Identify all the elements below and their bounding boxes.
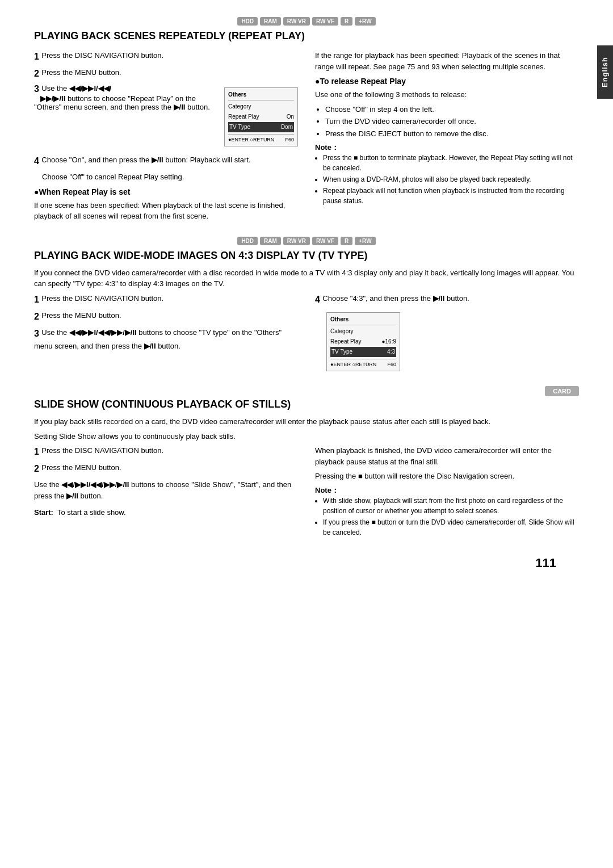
section3-right-para1: When playback is finished, the DVD video… — [315, 445, 579, 467]
section-repeat-play: PLAYING BACK SCENES REPEATEDLY (REPEAT P… — [34, 30, 579, 225]
card-badge: CARD — [545, 386, 579, 396]
sub2-heading: ●To release Repeat Play — [315, 77, 579, 86]
mid-badge-rwvf: RW VF — [312, 237, 338, 245]
step2-2: 2 Press the MENU button. — [34, 310, 298, 324]
page-number: 111 — [34, 556, 579, 571]
step3-1-text: Press the DISC NAVIGATION button. — [41, 446, 163, 455]
note3-bullet-1: With slide show, playback will start fro… — [323, 496, 579, 516]
badge-rwvf: RW VF — [312, 17, 338, 26]
section2-columns: 1 Press the DISC NAVIGATION button. 2 Pr… — [34, 293, 579, 375]
step3-2: 2 Press the MENU button. — [34, 462, 298, 476]
mid-badge-row: HDD RAM RW VR RW VF R +RW — [34, 237, 579, 245]
step1-1-text: Press the DISC NAVIGATION button. — [41, 51, 163, 60]
step2-2-text: Press the MENU button. — [41, 311, 121, 320]
sub2-bullets: Choose "Off" in step 4 on the left. Turn… — [325, 104, 579, 140]
note3-bullets: With slide show, playback will start fro… — [323, 496, 579, 538]
sub2-bullet-3: Press the DISC EJECT button to remove th… — [325, 128, 579, 140]
step2-1-text: Press the DISC NAVIGATION button. — [41, 294, 163, 303]
english-tab: English — [597, 45, 613, 99]
badge-plusrw: +RW — [355, 17, 375, 26]
section3-right: When playback is finished, the DVD video… — [315, 445, 579, 539]
step3-3-text: Use the ◀◀/▶▶I/◀◀/▶▶/▶/II buttons to cho… — [34, 480, 291, 500]
step1-2-text: Press the MENU button. — [41, 68, 121, 77]
section3-right-para2: Pressing the ■ button will restore the D… — [315, 471, 579, 482]
section3-columns: 1 Press the DISC NAVIGATION button. 2 Pr… — [34, 445, 579, 539]
section1-columns: 1 Press the DISC NAVIGATION button. 2 Pr… — [34, 50, 579, 225]
step2-4-text: Choose "4:3", and then press the ▶/II bu… — [322, 294, 469, 303]
section1-right-para: If the range for playback has been speci… — [315, 50, 579, 72]
badge-r: R — [341, 17, 352, 26]
card-badge-row: CARD — [34, 386, 579, 396]
sub1-heading: ●When Repeat Play is set — [34, 187, 298, 196]
screen1: Others Category Repeat PlayOn TV TypeDom… — [224, 87, 298, 146]
note1-bullet-3: Repeat playback will not function when p… — [323, 186, 579, 206]
note3: Note： With slide show, playback will sta… — [315, 485, 579, 538]
mid-badge-rwvr: RW VR — [283, 237, 310, 245]
sub2-bullet-2: Turn the DVD video camera/recorder off o… — [325, 116, 579, 127]
step1-3-text: Use the ◀◀/▶▶I/◀◀/ ▶▶/▶/II buttons to ch… — [34, 84, 210, 111]
top-badge-row: HDD RAM RW VR RW VF R +RW — [34, 17, 579, 26]
step1-2: 2 Press the MENU button. — [34, 67, 298, 81]
mid-badge-plusrw: +RW — [355, 237, 375, 245]
step3-start: Start: To start a slide show. — [34, 507, 298, 518]
step1-4b: Choose "Off" to cancel Repeat Play setti… — [42, 171, 298, 183]
note3-label: Note： — [315, 486, 339, 494]
badge-ram: RAM — [260, 17, 281, 26]
section1-right: If the range for playback has been speci… — [315, 50, 579, 225]
section-tv-type: PLAYING BACK WIDE-MODE IMAGES ON 4:3 DIS… — [34, 250, 579, 375]
note1-label: Note： — [315, 143, 339, 152]
step2-1: 1 Press the DISC NAVIGATION button. — [34, 293, 298, 307]
section2-right: 4 Choose "4:3", and then press the ▶/II … — [315, 293, 579, 375]
note1-bullets: Press the ■ button to terminate playback… — [323, 153, 579, 206]
section2-title: PLAYING BACK WIDE-MODE IMAGES ON 4:3 DIS… — [34, 250, 579, 262]
step1-1: 1 Press the DISC NAVIGATION button. — [34, 50, 298, 64]
mid-badge-r: R — [341, 237, 352, 245]
section3-intro1: If you play back stills recorded on a ca… — [34, 416, 579, 427]
step2-3-text: Use the ◀◀/▶▶I/◀◀/▶▶/▶/II buttons to cho… — [34, 328, 282, 350]
sub1-text: If one scene has been specified: When pl… — [34, 200, 298, 222]
step3-3: Use the ◀◀/▶▶I/◀◀/▶▶/▶/II buttons to cho… — [34, 479, 298, 501]
section3-left: 1 Press the DISC NAVIGATION button. 2 Pr… — [34, 445, 298, 539]
mid-badge-ram: RAM — [260, 237, 281, 245]
note1: Note： Press the ■ button to terminate pl… — [315, 142, 579, 206]
note1-bullet-1: Press the ■ button to terminate playback… — [323, 153, 579, 173]
sub2-bullet-1: Choose "Off" in step 4 on the left. — [325, 104, 579, 115]
step2-3: 3 Use the ◀◀/▶▶I/◀◀/▶▶/▶/II buttons to c… — [34, 327, 298, 352]
badge-rwvr: RW VR — [283, 17, 310, 26]
page-container: English HDD RAM RW VR RW VF R +RW PLAYIN… — [0, 0, 613, 868]
note3-bullet-2: If you press the ■ button or turn the DV… — [323, 517, 579, 538]
note1-bullet-2: When using a DVD-RAM, photos will also b… — [323, 174, 579, 184]
step1-4-text: Choose "On", and then press the ▶/II but… — [41, 156, 250, 164]
step1-4: 4 Choose "On", and then press the ▶/II b… — [34, 154, 298, 168]
step1-3: 3 Use the ◀◀/▶▶I/◀◀/ ▶▶/▶/II buttons to … — [34, 84, 298, 150]
mid-badge-hdd: HDD — [237, 237, 258, 245]
step2-4: 4 Choose "4:3", and then press the ▶/II … — [315, 293, 579, 307]
sub2-intro: Use one of the following 3 methods to re… — [315, 89, 579, 100]
badge-hdd: HDD — [237, 17, 258, 26]
section-slideshow: SLIDE SHOW (CONTINUOUS PLAYBACK OF STILL… — [34, 399, 579, 539]
section2-left: 1 Press the DISC NAVIGATION button. 2 Pr… — [34, 293, 298, 375]
section3-title: SLIDE SHOW (CONTINUOUS PLAYBACK OF STILL… — [34, 399, 579, 410]
section1-title: PLAYING BACK SCENES REPEATEDLY (REPEAT P… — [34, 30, 579, 42]
screen2: Others Category Repeat Play●16:9 TV Type… — [326, 312, 400, 371]
step3-1: 1 Press the DISC NAVIGATION button. — [34, 445, 298, 459]
section3-intro2: Setting Slide Show allows you to continu… — [34, 431, 579, 442]
section2-intro: If you connect the DVD video camera/reco… — [34, 267, 579, 290]
step3-2-text: Press the MENU button. — [41, 463, 121, 472]
section1-left: 1 Press the DISC NAVIGATION button. 2 Pr… — [34, 50, 298, 225]
